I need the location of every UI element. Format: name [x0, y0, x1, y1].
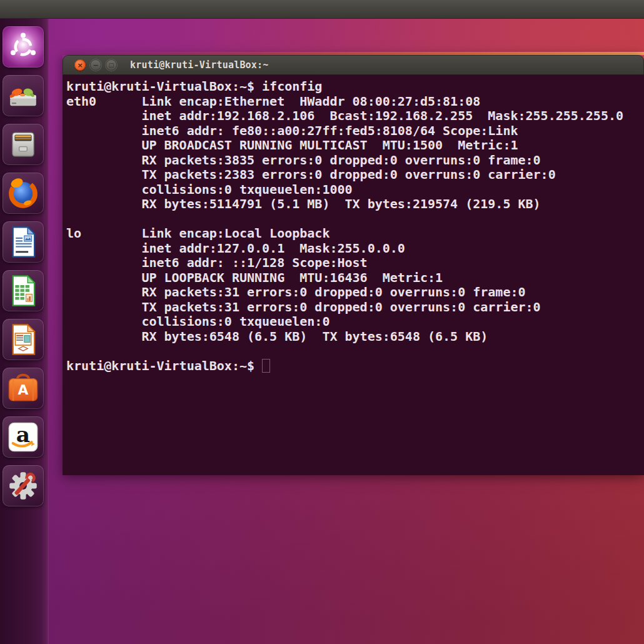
terminal-line: inet6 addr: ::1/128 Scope:Host — [66, 256, 644, 271]
launcher-item-firefox[interactable] — [3, 173, 44, 214]
unity-launcher: A a — [0, 19, 49, 644]
launcher-item-settings[interactable] — [3, 465, 44, 506]
terminal-line: eth0 Link encap:Ethernet HWaddr 08:00:27… — [66, 94, 644, 109]
launcher-item-installer[interactable] — [3, 75, 44, 116]
terminal-line: inet6 addr: fe80::a00:27ff:fed5:8108/64 … — [66, 124, 644, 139]
terminal-line: lo Link encap:Local Loopback — [66, 226, 644, 241]
terminal-line: collisions:0 txqueuelen:0 — [66, 314, 644, 330]
libreoffice-calc-icon — [5, 273, 41, 309]
terminal-line: RX bytes:6548 (6.5 KB) TX bytes:6548 (6.… — [66, 330, 644, 345]
launcher-item-writer[interactable] — [3, 221, 44, 263]
libreoffice-writer-icon — [5, 224, 41, 260]
terminal-cursor — [262, 359, 270, 373]
minimize-button[interactable]: − — [90, 59, 101, 71]
terminal-window: × − □ kruti@kruti-VirtualBox:~ kruti@kru… — [63, 55, 644, 475]
terminal-titlebar[interactable]: × − □ kruti@kruti-VirtualBox:~ — [63, 55, 644, 75]
launcher-item-calc[interactable] — [3, 270, 44, 311]
terminal-line: RX packets:3835 errors:0 dropped:0 overr… — [66, 153, 644, 168]
terminal-line: inet addr:127.0.0.1 Mask:255.0.0.0 — [66, 241, 644, 256]
launcher-item-impress[interactable] — [3, 319, 44, 360]
launcher-item-dash[interactable] — [3, 26, 44, 68]
window-title: kruti@kruti-VirtualBox:~ — [130, 59, 269, 71]
launcher-item-amazon[interactable]: a — [3, 416, 44, 458]
maximize-button[interactable]: □ — [106, 59, 117, 71]
firefox-icon — [5, 175, 41, 211]
svg-text:A: A — [18, 382, 29, 398]
desktop: A a — [0, 0, 644, 644]
system-settings-icon — [5, 468, 41, 504]
terminal-line — [66, 344, 644, 359]
software-center-icon: A — [5, 370, 41, 406]
terminal-line: kruti@kruti-VirtualBox:~$ ifconfig — [66, 79, 644, 94]
libreoffice-impress-icon — [5, 321, 41, 358]
top-panel — [0, 0, 644, 19]
launcher-item-files[interactable] — [3, 124, 44, 165]
terminal-line: kruti@kruti-VirtualBox:~$ — [66, 359, 644, 374]
launcher-item-software-center[interactable]: A — [3, 368, 44, 409]
terminal-line: collisions:0 txqueuelen:1000 — [66, 183, 644, 198]
file-cabinet-icon — [5, 126, 41, 163]
terminal-line: TX packets:31 errors:0 dropped:0 overrun… — [66, 300, 644, 315]
amazon-icon: a — [5, 419, 41, 455]
terminal-line: inet addr:192.168.2.106 Bcast:192.168.2.… — [66, 109, 644, 124]
terminal-line: RX bytes:5114791 (5.1 MB) TX bytes:21957… — [66, 197, 644, 212]
installer-disk-icon — [5, 78, 41, 114]
terminal-line — [66, 212, 644, 227]
terminal-line: TX packets:2383 errors:0 dropped:0 overr… — [66, 168, 644, 183]
terminal-line: UP LOOPBACK RUNNING MTU:16436 Metric:1 — [66, 271, 644, 286]
terminal-body[interactable]: kruti@kruti-VirtualBox:~$ ifconfig eth0 … — [63, 75, 644, 475]
close-button[interactable]: × — [74, 59, 86, 71]
ubuntu-logo-icon — [5, 29, 41, 65]
terminal-line: RX packets:31 errors:0 dropped:0 overrun… — [66, 285, 644, 300]
terminal-line: UP BROADCAST RUNNING MULTICAST MTU:1500 … — [66, 138, 644, 153]
